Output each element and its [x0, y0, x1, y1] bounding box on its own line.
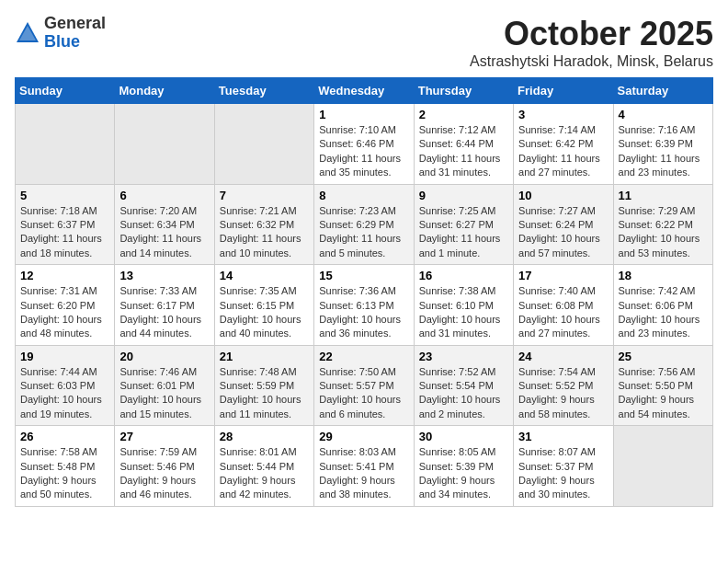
day-info: Sunrise: 8:03 AM Sunset: 5:41 PM Dayligh…	[319, 445, 408, 502]
day-info: Sunrise: 7:52 AM Sunset: 5:54 PM Dayligh…	[419, 365, 508, 422]
location: Astrashytski Haradok, Minsk, Belarus	[470, 53, 713, 70]
calendar-cell: 8Sunrise: 7:23 AM Sunset: 6:29 PM Daylig…	[314, 184, 414, 265]
day-number: 14	[220, 269, 309, 282]
day-number: 5	[20, 189, 109, 202]
day-number: 6	[119, 189, 209, 202]
day-number: 20	[119, 350, 209, 363]
day-number: 31	[518, 430, 608, 443]
calendar-cell: 30Sunrise: 8:05 AM Sunset: 5:39 PM Dayli…	[414, 426, 513, 507]
calendar-cell: 27Sunrise: 7:59 AM Sunset: 5:46 PM Dayli…	[115, 426, 214, 507]
day-info: Sunrise: 7:12 AM Sunset: 6:44 PM Dayligh…	[419, 123, 508, 180]
day-info: Sunrise: 7:38 AM Sunset: 6:10 PM Dayligh…	[419, 284, 508, 341]
day-info: Sunrise: 7:42 AM Sunset: 6:06 PM Dayligh…	[619, 284, 708, 341]
day-number: 19	[20, 350, 109, 363]
calendar-cell: 2Sunrise: 7:12 AM Sunset: 6:44 PM Daylig…	[414, 104, 513, 185]
calendar-cell: 31Sunrise: 8:07 AM Sunset: 5:37 PM Dayli…	[514, 426, 613, 507]
calendar-cell: 13Sunrise: 7:33 AM Sunset: 6:17 PM Dayli…	[115, 265, 214, 346]
calendar-cell: 18Sunrise: 7:42 AM Sunset: 6:06 PM Dayli…	[613, 265, 712, 346]
day-number: 18	[619, 269, 708, 282]
day-number: 28	[220, 430, 309, 443]
day-number: 4	[619, 108, 708, 121]
calendar-cell: 9Sunrise: 7:25 AM Sunset: 6:27 PM Daylig…	[414, 184, 513, 265]
calendar-cell	[115, 104, 214, 185]
day-number: 21	[220, 350, 309, 363]
calendar-week-row: 26Sunrise: 7:58 AM Sunset: 5:48 PM Dayli…	[16, 426, 713, 507]
day-info: Sunrise: 7:29 AM Sunset: 6:22 PM Dayligh…	[619, 204, 708, 261]
day-number: 9	[419, 189, 508, 202]
weekday-header: Monday	[115, 78, 214, 104]
day-number: 22	[319, 350, 408, 363]
weekday-header: Tuesday	[214, 78, 313, 104]
day-info: Sunrise: 7:21 AM Sunset: 6:32 PM Dayligh…	[220, 204, 309, 261]
day-info: Sunrise: 7:50 AM Sunset: 5:57 PM Dayligh…	[319, 365, 408, 422]
weekday-header: Sunday	[16, 78, 115, 104]
weekday-header: Thursday	[414, 78, 513, 104]
logo-text: General Blue	[44, 15, 106, 52]
calendar-week-row: 12Sunrise: 7:31 AM Sunset: 6:20 PM Dayli…	[16, 265, 713, 346]
day-info: Sunrise: 7:40 AM Sunset: 6:08 PM Dayligh…	[518, 284, 608, 341]
weekday-header-row: SundayMondayTuesdayWednesdayThursdayFrid…	[16, 78, 713, 104]
day-info: Sunrise: 7:59 AM Sunset: 5:46 PM Dayligh…	[119, 445, 209, 502]
calendar-cell: 19Sunrise: 7:44 AM Sunset: 6:03 PM Dayli…	[16, 345, 115, 426]
calendar-cell: 23Sunrise: 7:52 AM Sunset: 5:54 PM Dayli…	[414, 345, 513, 426]
calendar-cell: 12Sunrise: 7:31 AM Sunset: 6:20 PM Dayli…	[16, 265, 115, 346]
day-number: 26	[20, 430, 109, 443]
calendar-cell: 14Sunrise: 7:35 AM Sunset: 6:15 PM Dayli…	[214, 265, 313, 346]
calendar-cell	[214, 104, 313, 185]
day-info: Sunrise: 8:01 AM Sunset: 5:44 PM Dayligh…	[220, 445, 309, 502]
day-number: 16	[419, 269, 508, 282]
day-info: Sunrise: 7:16 AM Sunset: 6:39 PM Dayligh…	[619, 123, 708, 180]
calendar-cell: 15Sunrise: 7:36 AM Sunset: 6:13 PM Dayli…	[314, 265, 414, 346]
calendar-cell: 10Sunrise: 7:27 AM Sunset: 6:24 PM Dayli…	[514, 184, 613, 265]
day-number: 3	[518, 108, 608, 121]
day-number: 25	[619, 350, 708, 363]
day-info: Sunrise: 8:05 AM Sunset: 5:39 PM Dayligh…	[419, 445, 508, 502]
weekday-header: Wednesday	[314, 78, 414, 104]
calendar-cell: 6Sunrise: 7:20 AM Sunset: 6:34 PM Daylig…	[115, 184, 214, 265]
day-info: Sunrise: 7:18 AM Sunset: 6:37 PM Dayligh…	[20, 204, 109, 261]
calendar-week-row: 19Sunrise: 7:44 AM Sunset: 6:03 PM Dayli…	[16, 345, 713, 426]
calendar-cell: 3Sunrise: 7:14 AM Sunset: 6:42 PM Daylig…	[514, 104, 613, 185]
day-number: 13	[119, 269, 209, 282]
calendar-table: SundayMondayTuesdayWednesdayThursdayFrid…	[15, 77, 713, 507]
day-info: Sunrise: 7:25 AM Sunset: 6:27 PM Dayligh…	[419, 204, 508, 261]
day-info: Sunrise: 7:48 AM Sunset: 5:59 PM Dayligh…	[220, 365, 309, 422]
day-info: Sunrise: 7:35 AM Sunset: 6:15 PM Dayligh…	[220, 284, 309, 341]
day-number: 8	[319, 189, 408, 202]
logo-icon	[15, 20, 40, 46]
title-block: October 2025 Astrashytski Haradok, Minsk…	[470, 15, 713, 70]
calendar-cell: 16Sunrise: 7:38 AM Sunset: 6:10 PM Dayli…	[414, 265, 513, 346]
logo: General Blue	[15, 15, 106, 52]
calendar-cell	[613, 426, 712, 507]
calendar-cell: 24Sunrise: 7:54 AM Sunset: 5:52 PM Dayli…	[514, 345, 613, 426]
day-number: 30	[419, 430, 508, 443]
weekday-header: Friday	[514, 78, 613, 104]
calendar-cell: 20Sunrise: 7:46 AM Sunset: 6:01 PM Dayli…	[115, 345, 214, 426]
day-number: 12	[20, 269, 109, 282]
calendar-cell: 29Sunrise: 8:03 AM Sunset: 5:41 PM Dayli…	[314, 426, 414, 507]
day-number: 2	[419, 108, 508, 121]
day-info: Sunrise: 7:14 AM Sunset: 6:42 PM Dayligh…	[518, 123, 608, 180]
calendar-cell: 28Sunrise: 8:01 AM Sunset: 5:44 PM Dayli…	[214, 426, 313, 507]
calendar-cell: 4Sunrise: 7:16 AM Sunset: 6:39 PM Daylig…	[613, 104, 712, 185]
logo-blue: Blue	[44, 33, 106, 52]
calendar-cell	[16, 104, 115, 185]
calendar-cell: 22Sunrise: 7:50 AM Sunset: 5:57 PM Dayli…	[314, 345, 414, 426]
day-info: Sunrise: 7:56 AM Sunset: 5:50 PM Dayligh…	[619, 365, 708, 422]
day-info: Sunrise: 8:07 AM Sunset: 5:37 PM Dayligh…	[518, 445, 608, 502]
day-number: 23	[419, 350, 508, 363]
calendar-cell: 7Sunrise: 7:21 AM Sunset: 6:32 PM Daylig…	[214, 184, 313, 265]
day-number: 11	[619, 189, 708, 202]
calendar-cell: 26Sunrise: 7:58 AM Sunset: 5:48 PM Dayli…	[16, 426, 115, 507]
day-number: 10	[518, 189, 608, 202]
day-number: 1	[319, 108, 408, 121]
calendar-week-row: 1Sunrise: 7:10 AM Sunset: 6:46 PM Daylig…	[16, 104, 713, 185]
day-info: Sunrise: 7:10 AM Sunset: 6:46 PM Dayligh…	[319, 123, 408, 180]
month-title: October 2025	[470, 15, 713, 53]
day-info: Sunrise: 7:46 AM Sunset: 6:01 PM Dayligh…	[119, 365, 209, 422]
day-number: 24	[518, 350, 608, 363]
day-info: Sunrise: 7:27 AM Sunset: 6:24 PM Dayligh…	[518, 204, 608, 261]
page-header: General Blue October 2025 Astrashytski H…	[15, 15, 713, 70]
calendar-week-row: 5Sunrise: 7:18 AM Sunset: 6:37 PM Daylig…	[16, 184, 713, 265]
calendar-cell: 17Sunrise: 7:40 AM Sunset: 6:08 PM Dayli…	[514, 265, 613, 346]
